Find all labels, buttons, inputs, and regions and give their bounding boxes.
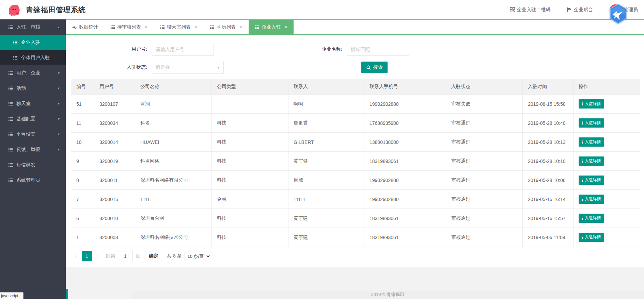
confirm-button[interactable]: 确定 <box>145 251 162 261</box>
sidebar-subitem-label: 企业入驻 <box>21 39 40 46</box>
cell-actions: i 入驻详情 <box>574 171 640 190</box>
sidebar-item-0[interactable]: 入驻、审核 ▲ <box>0 19 66 35</box>
user-no-input[interactable] <box>152 43 214 56</box>
sidebar-item-5[interactable]: 平台设置 ▼ <box>0 127 66 142</box>
status-select[interactable]: 请选择 ▼ <box>152 61 224 74</box>
list-icon <box>8 178 13 183</box>
sidebar-item-4[interactable]: 基础配置 ▼ <box>0 111 66 127</box>
list-icon <box>255 25 260 30</box>
sidebar-subitem-0-0[interactable]: 企业入驻 <box>0 35 66 50</box>
cell-contact: 11111 <box>288 190 364 209</box>
column-header: 公司名称 <box>135 79 212 95</box>
detail-button-label: 入驻详情 <box>585 139 601 145</box>
detail-button[interactable]: i 入驻详情 <box>579 118 604 128</box>
table-row: 13200003深圳科名网络技术公司科技黄宇建18319893061审核通过20… <box>71 228 640 247</box>
cell-user_no: 3200011 <box>94 171 135 190</box>
list-icon <box>13 55 18 60</box>
user-no-label: 用户号: <box>66 46 152 52</box>
close-icon[interactable]: ✕ <box>144 25 148 30</box>
sidebar-submenu: 企业入驻 个体用户入驻 <box>0 35 66 65</box>
status-label: 入驻状态: <box>66 64 152 70</box>
cell-contact: 唐更香 <box>288 114 364 133</box>
cell-company: 深圳百合网 <box>135 209 212 228</box>
info-icon: i <box>582 178 583 183</box>
sidebar-subitem-label: 个体用户入驻 <box>21 55 50 61</box>
detail-button[interactable]: i 入驻详情 <box>579 233 604 242</box>
next-page-button[interactable]: › <box>93 251 103 261</box>
info-icon: i <box>582 197 583 202</box>
search-button[interactable]: 搜索 <box>361 62 388 73</box>
cell-type: 科技 <box>212 152 288 171</box>
cell-phone: 18319893061 <box>364 209 446 228</box>
tab-3[interactable]: 学历列表 ✕ <box>204 20 249 34</box>
sidebar-item-6[interactable]: 反馈、举报 ▼ <box>0 142 66 157</box>
cell-actions: i 入驻详情 <box>574 190 640 209</box>
header-link-company-backend[interactable]: 企业后台 <box>567 7 593 13</box>
goto-page-input[interactable] <box>118 251 133 261</box>
cell-phone: 18319893061 <box>364 152 446 171</box>
tab-4[interactable]: 企业入驻 ✕ <box>249 20 294 34</box>
detail-button-label: 入驻详情 <box>585 120 601 126</box>
sidebar-item-3[interactable]: 聊天室 ▼ <box>0 96 66 111</box>
sidebar-subitem-0-1[interactable]: 个体用户入驻 <box>0 50 66 65</box>
header-link-label: 企业后台 <box>574 7 593 13</box>
cell-user_no: 3200015 <box>94 190 135 209</box>
chevron-down-icon: ▼ <box>217 66 220 69</box>
tab-label: 学历列表 <box>217 24 236 30</box>
sidebar-item-label: 系统管理员 <box>16 177 40 183</box>
enterprise-table: 编号用户号公司名称公司类型联系人联系人手机号入驻状态入驻时间操作 5132001… <box>71 79 639 247</box>
tab-bar: 数据统计 待审核列表 ✕ 聊天室列表 ✕ 学历列表 ✕ 企业入驻 ✕ <box>66 19 644 35</box>
detail-button[interactable]: i 入驻详情 <box>579 156 604 166</box>
column-header: 联系人 <box>288 79 364 95</box>
prev-page-button[interactable]: ‹ <box>71 251 81 261</box>
cell-company: 蓝翔 <box>135 95 212 114</box>
list-icon <box>8 147 13 152</box>
detail-button[interactable]: i 入驻详情 <box>579 137 604 147</box>
cell-phone: 17688935908 <box>364 114 446 133</box>
search-button-label: 搜索 <box>373 64 383 70</box>
cell-time: 2019-05-28 10:13 <box>523 133 574 152</box>
page-size-select[interactable]: 10 条/页 <box>185 251 211 261</box>
cell-company: 深圳科名网络技术公司 <box>135 228 212 247</box>
info-icon: i <box>582 216 583 221</box>
sidebar-item-2[interactable]: 活动 ▼ <box>0 81 66 96</box>
close-icon[interactable]: ✕ <box>284 25 287 30</box>
detail-button[interactable]: i 入驻详情 <box>579 99 604 109</box>
detail-button[interactable]: i 入驻详情 <box>579 195 604 204</box>
column-header: 入驻状态 <box>446 79 523 95</box>
table-header-row: 编号用户号公司名称公司类型联系人联系人手机号入驻状态入驻时间操作 <box>71 79 640 95</box>
sidebar-item-1[interactable]: 用户、企业 ▼ <box>0 65 66 81</box>
detail-button[interactable]: i 入驻详情 <box>579 214 604 223</box>
cell-actions: i 入驻详情 <box>574 209 640 228</box>
app-header: 青缘福田管理系统 企业入驻二维码 企业后台 <box>0 0 644 19</box>
table-row: 83200011深圳科名网络有限公司科技周威19902902880审核通过201… <box>71 171 640 190</box>
sidebar-item-7[interactable]: 短信群发 <box>0 157 66 172</box>
header-link-qrcode[interactable]: 企业入驻二维码 <box>510 7 550 13</box>
column-header: 入驻时间 <box>523 79 574 95</box>
cell-time: 2019-08-15 15:58 <box>523 95 574 114</box>
detail-button[interactable]: i 入驻详情 <box>579 176 604 185</box>
cell-id: 10 <box>71 133 94 152</box>
chevron-down-icon: ▼ <box>57 102 60 105</box>
info-icon: i <box>582 101 583 107</box>
company-name-input[interactable] <box>347 43 409 56</box>
tab-0[interactable]: 数据统计 <box>66 20 104 34</box>
thunder-bird-overlay-icon[interactable] <box>608 3 629 24</box>
list-icon <box>13 40 18 45</box>
cell-user_no: 3200107 <box>94 95 135 114</box>
tab-2[interactable]: 聊天室列表 ✕ <box>154 20 204 34</box>
cell-user_no: 3200003 <box>94 228 135 247</box>
cell-company: HUAWEI <box>135 133 212 152</box>
close-icon[interactable]: ✕ <box>239 25 242 30</box>
sidebar-item-8[interactable]: 系统管理员 <box>0 172 66 188</box>
tab-1[interactable]: 待审核列表 ✕ <box>104 20 154 34</box>
content-card: 用户号: 企业名称: 入驻状态: 请选择 ▼ 搜索 <box>66 35 644 267</box>
cell-time: 2019-05-06 11:09 <box>523 228 574 247</box>
cell-user_no: 3200019 <box>94 152 135 171</box>
close-icon[interactable]: ✕ <box>194 25 198 30</box>
cell-time: 2019-05-28 10:40 <box>523 114 574 133</box>
cell-id: 7 <box>71 190 94 209</box>
page-number-button[interactable]: 1 <box>82 251 92 261</box>
pulse-icon <box>72 25 77 30</box>
cell-id: 51 <box>71 95 94 114</box>
